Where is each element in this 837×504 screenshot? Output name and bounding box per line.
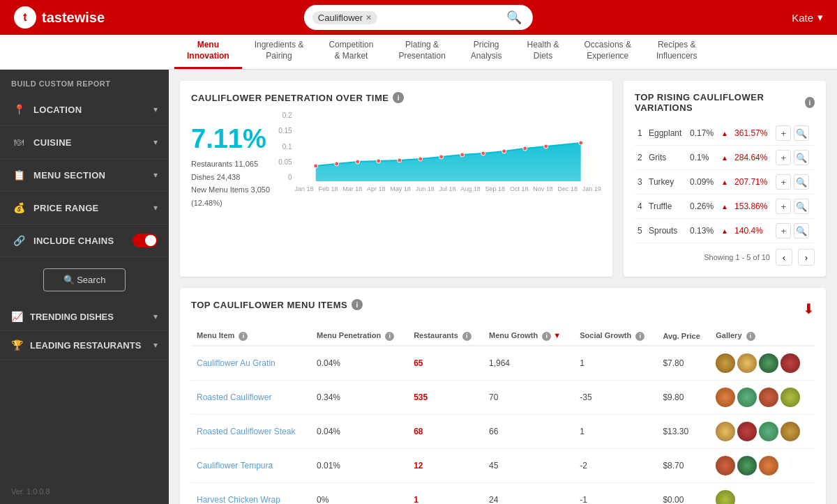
download-button[interactable]: ⬇ (803, 300, 815, 317)
table-header-row: Menu Item i Menu Penetration i Restauran… (191, 327, 815, 346)
menu-section-icon: 📋 (11, 167, 27, 183)
up-arrow-icon: ▲ (721, 203, 728, 211)
search-zoom-button[interactable]: 🔍 (794, 199, 809, 214)
search-zoom-button[interactable]: 🔍 (794, 223, 809, 238)
penetration-info-icon[interactable]: i (393, 92, 404, 103)
restaurants-link[interactable]: 1 (414, 495, 418, 505)
add-button[interactable]: + (776, 223, 791, 238)
restaurants-link[interactable]: 12 (414, 461, 423, 471)
sidebar-item-label-include-chains: INCLUDE CHAINS (33, 236, 133, 246)
sidebar-item-location[interactable]: 📍 LOCATION ▾ (0, 93, 169, 126)
sidebar-item-label-cuisine: CUISINE (33, 137, 153, 148)
menu-item-info-icon[interactable]: i (239, 332, 248, 341)
search-button[interactable]: 🔍 (504, 10, 525, 25)
th-menu-item: Menu Item i (191, 327, 311, 346)
menu-items-info-icon[interactable]: i (352, 299, 363, 310)
gallery-img (759, 388, 778, 407)
sidebar-item-price-range[interactable]: 💰 PRICE RANGE ▾ (0, 192, 169, 224)
restaurants-link[interactable]: 535 (414, 392, 428, 402)
svg-point-9 (502, 149, 506, 153)
include-chains-toggle[interactable] (133, 234, 158, 247)
menu-item-link[interactable]: Cauliflower Tempura (197, 461, 273, 471)
penetration-info-icon2[interactable]: i (385, 332, 394, 341)
tab-health-diets[interactable]: Health &Diets (515, 35, 572, 69)
tab-menu-innovation[interactable]: MenuInnovation (174, 35, 242, 69)
sidebar-item-menu-section[interactable]: 📋 MENU SECTION ▾ (0, 159, 169, 192)
leading-icon: 🏆 (11, 339, 23, 351)
search-input[interactable] (382, 12, 504, 23)
sidebar-item-leading-restaurants[interactable]: 🏆 LEADING RESTAURANTS ▾ (0, 331, 169, 360)
svg-point-6 (439, 155, 443, 159)
search-zoom-button[interactable]: 🔍 (794, 125, 809, 141)
sidebar-item-label-location: LOCATION (33, 105, 153, 115)
restaurants-link[interactable]: 68 (414, 427, 423, 436)
penetration-chart-area: 7.11% Restaurants 11,065 Dishes 24,438 N… (191, 112, 601, 210)
sidebar-item-cuisine[interactable]: 🍽 CUISINE ▾ (0, 126, 169, 159)
svg-point-8 (481, 151, 485, 155)
pagination: Showing 1 - 5 of 10 ‹ › (635, 249, 815, 266)
th-menu-growth[interactable]: Menu Growth i▼ (483, 327, 574, 346)
gallery (716, 388, 809, 407)
price-range-icon: 💰 (11, 200, 27, 215)
svg-point-2 (355, 160, 359, 164)
svg-point-0 (313, 164, 317, 168)
tab-recipes-influencers[interactable]: Recipes &Influencers (644, 35, 710, 69)
user-name: Kate (792, 12, 813, 24)
variations-card-title: TOP RISING CAULIFLOWER VARIATIONS i (635, 92, 815, 113)
gallery-img (737, 422, 757, 441)
add-button[interactable]: + (776, 125, 791, 141)
add-button[interactable]: + (776, 199, 791, 214)
svg-point-1 (334, 162, 338, 166)
logo-text: tastewise (42, 10, 105, 26)
variations-info-icon[interactable]: i (805, 97, 815, 108)
svg-point-10 (522, 146, 527, 151)
up-arrow-icon: ▲ (721, 178, 728, 186)
avg-price-value: $0.00 (657, 482, 710, 504)
tab-plating-presentation[interactable]: Plating &Presentation (386, 35, 458, 69)
search-zoom-button[interactable]: 🔍 (794, 174, 809, 190)
gallery-img (737, 456, 757, 475)
search-tag-text: Cauliflower (318, 13, 363, 23)
restaurants-link[interactable]: 65 (414, 358, 423, 368)
menu-growth-info-icon[interactable]: i (542, 332, 551, 341)
sidebar-item-label-menu-section: MENU SECTION (33, 170, 153, 181)
menu-item-link[interactable]: Harvest Chicken Wrap (197, 495, 280, 505)
menu-item-link[interactable]: Cauliflower Au Gratin (197, 358, 276, 368)
gallery-info-icon[interactable]: i (746, 332, 755, 341)
social-growth-value: -1 (574, 482, 657, 504)
menu-item-link[interactable]: Roasted Cauliflower Steak (197, 427, 295, 436)
gallery-img (737, 353, 757, 373)
avg-price-value: $13.30 (657, 414, 710, 448)
sidebar-item-trending-dishes[interactable]: 📈 TRENDING DISHES ▾ (0, 303, 169, 331)
menu-item-link[interactable]: Roasted Cauliflower (197, 392, 271, 402)
penetration-card: CAULIFLOWER PENETRATION OVER TIME i 7.11… (180, 81, 612, 277)
search-bar[interactable]: Cauliflower ✕ 🔍 (304, 5, 533, 30)
table-row: Roasted Cauliflower 0.34% 535 70 -35 $9.… (191, 380, 815, 414)
menu-growth-value: 1,964 (483, 346, 574, 381)
up-arrow-icon: ▲ (721, 154, 728, 162)
user-chevron-icon[interactable]: ▾ (817, 11, 823, 24)
tab-competition-market[interactable]: Competition& Market (316, 35, 386, 69)
sidebar-title: BUILD CUSTOM REPORT (0, 70, 169, 93)
menu-growth-value: 70 (483, 380, 574, 414)
menu-card-header: TOP CAULIFLOWER MENU ITEMS i ⬇ (191, 299, 815, 319)
search-tag[interactable]: Cauliflower ✕ (312, 11, 377, 24)
tab-ingredients-pairing[interactable]: Ingredients &Pairing (242, 35, 317, 69)
restaurants-info-icon[interactable]: i (462, 332, 472, 341)
main-layout: BUILD CUSTOM REPORT 📍 LOCATION ▾ 🍽 CUISI… (0, 70, 837, 504)
up-arrow-icon: ▲ (721, 130, 728, 137)
add-button[interactable]: + (776, 174, 791, 190)
social-growth-info-icon[interactable]: i (635, 332, 644, 341)
sidebar-search-button[interactable]: 🔍 Search (43, 268, 126, 291)
prev-page-button[interactable]: ‹ (776, 249, 792, 266)
tab-pricing-analysis[interactable]: PricingAnalysis (458, 35, 515, 69)
sidebar-item-include-chains[interactable]: 🔗 INCLUDE CHAINS (0, 224, 169, 257)
next-page-button[interactable]: › (798, 249, 815, 266)
penetration-value: 0.01% (311, 448, 408, 482)
add-button[interactable]: + (776, 150, 791, 165)
penetration-value: 0% (311, 482, 408, 504)
search-zoom-button[interactable]: 🔍 (794, 150, 809, 165)
price-range-chevron-icon: ▾ (153, 203, 158, 213)
tab-occasions-experience[interactable]: Occasions &Experience (572, 35, 644, 69)
search-tag-close-icon[interactable]: ✕ (365, 13, 372, 22)
